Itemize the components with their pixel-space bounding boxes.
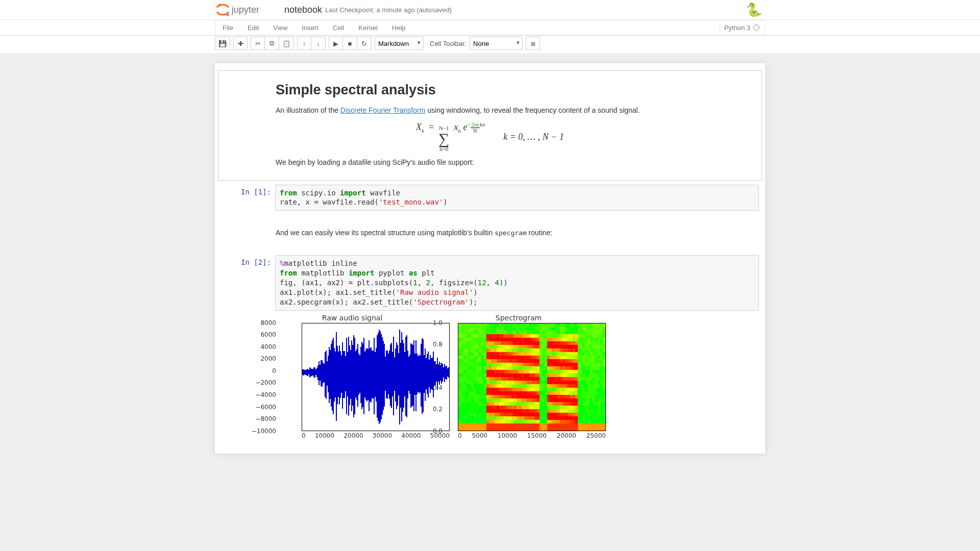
cut-icon: ✂	[255, 40, 261, 47]
input-prompt: In [2]:	[218, 255, 275, 266]
md-paragraph: And we can easily view its spectral stru…	[276, 228, 704, 238]
svg-text:jupyter: jupyter	[231, 5, 259, 15]
code-cell[interactable]: In [2]: %matplotlib inline from matplotl…	[218, 255, 762, 439]
insert-cell-below-button[interactable]: ✚	[233, 37, 248, 50]
markdown-cell[interactable]: Simple spectral analysis An illustration…	[218, 70, 762, 181]
dft-formula: Xk = N−1 ∑ n=0 xn e−2πiNkn k = 0, … , N …	[276, 121, 704, 152]
subplot-title: Raw audio signal	[278, 314, 426, 322]
code-input[interactable]: from scipy.io import wavfile rate, x = w…	[275, 185, 759, 211]
md-paragraph: An illustration of the Discrete Fourier …	[276, 105, 704, 115]
kernel-name: Python 3	[724, 24, 750, 32]
command-palette-button[interactable]: ≣	[526, 37, 540, 50]
inline-code: specgram	[495, 229, 527, 237]
python-logo-icon: 🐍	[746, 2, 762, 18]
menu-kernel[interactable]: Kernel	[351, 21, 385, 35]
copy-icon: ⧉	[270, 39, 274, 47]
cell-toolbar-label: Cell Toolbar:	[427, 40, 467, 47]
arrow-up-icon: ↑	[303, 40, 306, 47]
list-icon: ≣	[530, 40, 536, 47]
input-prompt: In [1]:	[218, 185, 275, 196]
restart-icon: ↻	[361, 40, 367, 47]
code-cell[interactable]: In [1]: from scipy.io import wavfile rat…	[218, 185, 762, 211]
page-title: Simple spectral analysis	[276, 82, 704, 98]
menu-cell[interactable]: Cell	[326, 21, 351, 35]
waveform-plot	[302, 323, 450, 431]
plus-icon: ✚	[238, 40, 243, 47]
dft-link[interactable]: Discrete Fourier Transform	[340, 106, 425, 114]
checkpoint-status: Last Checkpoint: a minute ago (autosaved…	[325, 6, 452, 14]
markdown-cell[interactable]: And we can easily view its spectral stru…	[218, 215, 762, 251]
spectrogram-plot	[458, 323, 606, 431]
svg-point-1	[226, 13, 229, 16]
save-button[interactable]: 💾	[215, 37, 230, 50]
move-down-button[interactable]: ↓	[311, 37, 326, 50]
notebook-area[interactable]: Simple spectral analysis An illustration…	[215, 63, 765, 454]
output-area: Raw audio signal 01000020000300004000050…	[275, 311, 762, 439]
menu-insert[interactable]: Insert	[295, 21, 326, 35]
subplot-title: Spectrogram	[445, 314, 593, 322]
menu-file[interactable]: File	[215, 21, 240, 35]
arrow-down-icon: ↓	[316, 40, 320, 47]
menu-bar: File Edit View Insert Cell Kernel Help	[215, 21, 413, 35]
cell-type-select[interactable]: Markdown	[375, 37, 424, 50]
code-input[interactable]: %matplotlib inline from matplotlib impor…	[275, 255, 759, 310]
paste-button[interactable]: 📋	[279, 37, 294, 50]
save-icon: 💾	[218, 40, 227, 47]
jupyter-logo[interactable]: jupyter	[215, 3, 284, 17]
run-button[interactable]: ▶	[329, 37, 343, 50]
paste-icon: 📋	[282, 40, 290, 47]
run-icon: ▶	[333, 40, 338, 47]
notebook-name[interactable]: notebook	[284, 5, 322, 15]
kernel-idle-icon	[753, 24, 760, 31]
cut-button[interactable]: ✂	[251, 37, 265, 50]
subplot-raw-audio: Raw audio signal 01000020000300004000050…	[278, 314, 426, 439]
interrupt-button[interactable]: ■	[343, 37, 357, 50]
restart-button[interactable]: ↻	[357, 37, 372, 50]
move-up-button[interactable]: ↑	[297, 37, 311, 50]
stop-icon: ■	[348, 40, 352, 47]
menu-view[interactable]: View	[266, 21, 295, 35]
copy-button[interactable]: ⧉	[265, 37, 279, 50]
subplot-spectrogram: Spectrogram 0500010000150002000025000 1.…	[445, 314, 593, 439]
md-paragraph: We begin by loading a datafile using Sci…	[276, 157, 704, 167]
cell-toolbar-select[interactable]: None	[470, 37, 523, 50]
menu-help[interactable]: Help	[385, 21, 413, 35]
menu-edit[interactable]: Edit	[240, 21, 266, 35]
